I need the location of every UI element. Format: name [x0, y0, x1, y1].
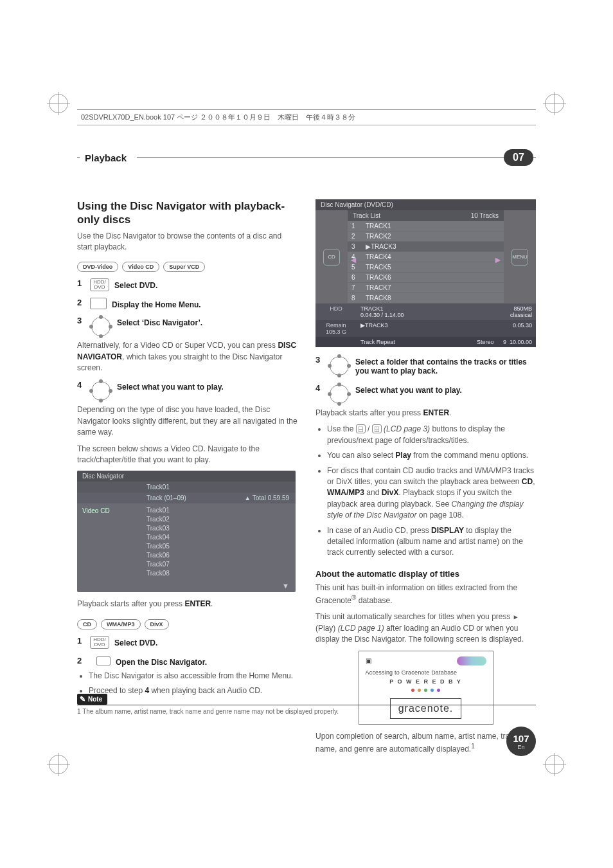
bullet: For discs that contain CD audio tracks a…: [327, 466, 536, 521]
bullet: You can also select Play from the comman…: [327, 450, 536, 461]
step-3: 3 Select ‘Disc Navigator’.: [77, 316, 298, 338]
left-arrow-icon: ◄: [349, 255, 358, 264]
info-text: 0.05.30: [478, 320, 536, 337]
column-header: Track (01–09): [141, 493, 225, 503]
step-2b: 2 Open the Disc Navigator.: [77, 655, 298, 667]
paragraph: Playback starts after you press ENTER.: [77, 599, 298, 610]
bullet: The Disc Navigator is also accessible fr…: [89, 671, 298, 682]
step-1: 1 HDD/ DVD Select DVD.: [77, 278, 298, 291]
step-2: 2 Display the Home Menu.: [77, 298, 298, 309]
column-header: 10 Tracks: [433, 210, 504, 221]
navigator-button-icon: [96, 656, 111, 665]
step-3r: 3 Select a folder that contains the trac…: [315, 355, 536, 377]
page-lang: En: [517, 744, 524, 750]
paragraph: Upon completion of search, album name, a…: [315, 731, 536, 755]
section-title: Playback: [80, 149, 137, 166]
step-4: 4 Select what you want to play.: [77, 380, 298, 402]
directional-pad-icon: [328, 355, 350, 377]
badge: DVD-Video: [77, 262, 118, 272]
track-list: 1TRACK1 2TRACK2 3▶TRACK3 4TRACK4 5TRACK5…: [348, 221, 504, 303]
step-text: Select what you want to play.: [355, 383, 462, 395]
note-badge: Note: [77, 694, 107, 705]
badge: WMA/MP3: [101, 619, 141, 629]
info-text: classical: [482, 312, 532, 318]
list-item: Track07: [147, 560, 290, 569]
badge: Video CD: [122, 262, 159, 272]
section-number: 07: [504, 149, 533, 166]
step-number: 3: [77, 316, 85, 325]
dvd-cd-navigator-screenshot: Disc Navigator (DVD/CD) CD Track List 10…: [315, 199, 536, 347]
info-text: TRACK1: [360, 305, 474, 312]
info-label: HDD: [315, 303, 357, 320]
right-column: Disc Navigator (DVD/CD) CD Track List 10…: [315, 199, 536, 760]
print-header: 02SDVRLX70D_EN.book 107 ページ ２００８年１０月９日 木…: [77, 109, 536, 125]
disc-type-badges: DVD-Video Video CD Super VCD: [77, 262, 298, 272]
video-cd-navigator-screenshot: Disc Navigator Track01 Track (01–09) ▲ T…: [77, 471, 296, 592]
badge: CD: [77, 619, 97, 629]
list-item: Track02: [147, 515, 290, 524]
cd-icon: CD: [323, 249, 340, 266]
paragraph: Alternatively, for a Video CD or Super V…: [77, 340, 298, 374]
list-item: Track04: [147, 533, 290, 542]
list-item: Track01: [147, 506, 290, 515]
list-item: Track08: [147, 569, 290, 578]
step-text: Select DVD.: [114, 278, 157, 290]
step-text: Select what you want to play.: [117, 380, 224, 392]
paragraph: This unit has built-in information on ti…: [315, 583, 536, 607]
disc-type-label: Video CD: [77, 503, 141, 581]
folder-button-icon: ⌹: [372, 424, 382, 433]
column-header: Track List: [348, 210, 433, 221]
step-number: 3: [315, 355, 323, 365]
directional-pad-icon: [90, 380, 112, 402]
step-number: 2: [77, 298, 85, 307]
info-text: 0.04.30 / 1.14.00: [360, 312, 474, 318]
bullet: In case of an Audio CD, press DISPLAY to…: [327, 525, 536, 559]
subheading: About the automatic display of titles: [315, 569, 536, 579]
step-number: 4: [315, 383, 323, 393]
step-text: Open the Disc Navigator.: [116, 655, 207, 667]
track-list: Track01 Track02 Track03 Track04 Track05 …: [141, 503, 296, 581]
info-label: Remain 105.3 G: [315, 320, 357, 337]
home-button-icon: [90, 298, 107, 309]
list-item: Track06: [147, 551, 290, 560]
list-item: Track03: [147, 524, 290, 533]
gradient-pill-icon: [457, 656, 486, 665]
hdd-dvd-button-icon: HDD/ DVD: [90, 278, 109, 291]
hdd-dvd-button-icon: HDD/ DVD: [90, 636, 109, 649]
page-number: 107: [513, 733, 529, 744]
step-number: 1: [77, 636, 85, 646]
step-4r: 4 Select what you want to play.: [315, 383, 536, 405]
status-icon: ▣: [366, 657, 371, 664]
column-header: Track01: [141, 482, 225, 493]
list-item: Track05: [147, 542, 290, 551]
footnote-area: Note 1 The album name, artist name, trac…: [77, 694, 536, 715]
bar-text: Track Repeat: [357, 337, 473, 347]
play-icon: [513, 612, 519, 621]
left-column: Using the Disc Navigator with playback-o…: [77, 199, 298, 760]
section-tab-bar: Playback 07: [77, 149, 536, 166]
step-text: Select a folder that contains the tracks…: [355, 355, 536, 375]
loading-dots-icon: [366, 689, 486, 692]
step-text: Select ‘Disc Navigator’.: [117, 316, 202, 327]
step-number: 1: [77, 278, 85, 288]
step-number: 4: [77, 380, 85, 390]
paragraph: Depending on the type of disc you have l…: [77, 404, 298, 438]
status-text: Accessing to Gracenote Database: [366, 669, 486, 676]
disc-type-badges: CD WMA/MP3 DivX: [77, 619, 298, 629]
directional-pad-icon: [90, 316, 112, 338]
step-1b: 1 HDD/ DVD Select DVD.: [77, 636, 298, 649]
right-arrow-icon: ►: [493, 255, 502, 264]
step-number: 2: [77, 656, 85, 665]
paragraph: This unit automatically searches for tit…: [315, 611, 536, 645]
page-number-chip: 107 En: [506, 727, 536, 756]
powered-by-text: P O W E R E D B Y: [366, 678, 486, 685]
screenshot-title: Disc Navigator (DVD/CD): [315, 199, 536, 210]
info-text: 850MB: [482, 305, 532, 312]
footnote-text: 1 The album name, artist name, track nam…: [77, 708, 536, 715]
info-text: ▶TRACK3: [357, 320, 478, 337]
step-text: Select DVD.: [114, 636, 157, 647]
folder-button-icon: ⌸: [356, 424, 366, 433]
badge: DivX: [145, 619, 169, 629]
menu-icon: MENU: [511, 249, 528, 266]
bar-text: Stereo: [473, 337, 491, 347]
